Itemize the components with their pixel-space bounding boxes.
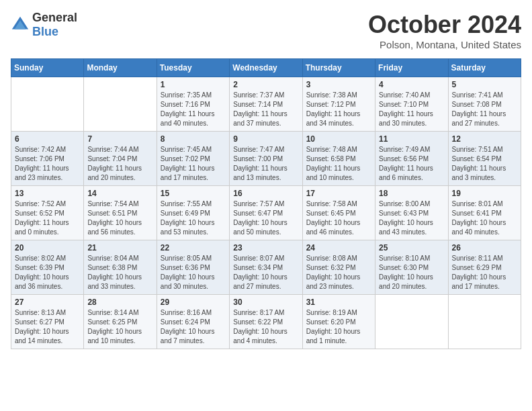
calendar-cell: 3Sunrise: 7:38 AM Sunset: 7:12 PM Daylig… bbox=[302, 77, 375, 132]
calendar-cell: 13Sunrise: 7:52 AM Sunset: 6:52 PM Dayli… bbox=[11, 186, 84, 240]
calendar-week-4: 20Sunrise: 8:02 AM Sunset: 6:39 PM Dayli… bbox=[11, 240, 521, 295]
day-number: 15 bbox=[161, 189, 226, 198]
day-number: 1 bbox=[161, 80, 226, 89]
day-number: 16 bbox=[233, 189, 298, 198]
calendar-cell: 12Sunrise: 7:51 AM Sunset: 6:54 PM Dayli… bbox=[448, 132, 521, 186]
month-title: October 2024 bbox=[368, 11, 521, 39]
calendar-week-3: 13Sunrise: 7:52 AM Sunset: 6:52 PM Dayli… bbox=[11, 186, 521, 240]
day-detail: Sunrise: 8:07 AM Sunset: 6:34 PM Dayligh… bbox=[233, 254, 298, 291]
calendar-week-5: 27Sunrise: 8:13 AM Sunset: 6:27 PM Dayli… bbox=[11, 295, 521, 349]
day-number: 9 bbox=[233, 134, 298, 144]
day-number: 26 bbox=[452, 243, 517, 253]
logo-icon bbox=[11, 15, 30, 34]
day-detail: Sunrise: 7:55 AM Sunset: 6:49 PM Dayligh… bbox=[161, 199, 226, 237]
day-number: 31 bbox=[306, 298, 371, 307]
calendar-cell: 24Sunrise: 8:08 AM Sunset: 6:32 PM Dayli… bbox=[302, 240, 375, 295]
calendar-cell: 10Sunrise: 7:48 AM Sunset: 6:58 PM Dayli… bbox=[302, 132, 375, 186]
day-header-wednesday: Wednesday bbox=[230, 59, 302, 77]
day-number: 8 bbox=[161, 134, 226, 144]
day-detail: Sunrise: 7:38 AM Sunset: 7:12 PM Dayligh… bbox=[306, 91, 371, 128]
day-detail: Sunrise: 8:17 AM Sunset: 6:22 PM Dayligh… bbox=[233, 308, 298, 346]
day-detail: Sunrise: 8:11 AM Sunset: 6:29 PM Dayligh… bbox=[452, 254, 517, 291]
day-detail: Sunrise: 8:19 AM Sunset: 6:20 PM Dayligh… bbox=[306, 308, 371, 346]
day-number: 24 bbox=[306, 243, 371, 253]
day-number: 13 bbox=[15, 189, 80, 198]
day-number: 12 bbox=[452, 134, 517, 144]
day-detail: Sunrise: 8:10 AM Sunset: 6:30 PM Dayligh… bbox=[379, 254, 444, 291]
calendar-cell: 8Sunrise: 7:45 AM Sunset: 7:02 PM Daylig… bbox=[157, 132, 229, 186]
day-number: 6 bbox=[15, 134, 80, 144]
calendar-cell bbox=[448, 295, 521, 349]
calendar-cell: 31Sunrise: 8:19 AM Sunset: 6:20 PM Dayli… bbox=[302, 295, 375, 349]
calendar-cell: 18Sunrise: 8:00 AM Sunset: 6:43 PM Dayli… bbox=[375, 186, 448, 240]
day-detail: Sunrise: 8:01 AM Sunset: 6:41 PM Dayligh… bbox=[452, 199, 517, 237]
day-detail: Sunrise: 7:41 AM Sunset: 7:08 PM Dayligh… bbox=[452, 91, 517, 128]
day-header-monday: Monday bbox=[84, 59, 157, 77]
day-number: 10 bbox=[306, 134, 371, 144]
logo-general: General bbox=[32, 11, 77, 24]
calendar-cell: 7Sunrise: 7:44 AM Sunset: 7:04 PM Daylig… bbox=[84, 132, 157, 186]
calendar-cell: 5Sunrise: 7:41 AM Sunset: 7:08 PM Daylig… bbox=[448, 77, 521, 132]
day-number: 2 bbox=[233, 80, 298, 89]
day-detail: Sunrise: 7:48 AM Sunset: 6:58 PM Dayligh… bbox=[306, 145, 371, 183]
day-detail: Sunrise: 8:13 AM Sunset: 6:27 PM Dayligh… bbox=[15, 308, 80, 346]
day-number: 4 bbox=[379, 80, 444, 89]
calendar-cell: 30Sunrise: 8:17 AM Sunset: 6:22 PM Dayli… bbox=[230, 295, 302, 349]
calendar-cell: 6Sunrise: 7:42 AM Sunset: 7:06 PM Daylig… bbox=[11, 132, 84, 186]
day-number: 7 bbox=[87, 134, 152, 144]
day-detail: Sunrise: 8:00 AM Sunset: 6:43 PM Dayligh… bbox=[379, 199, 444, 237]
day-detail: Sunrise: 8:05 AM Sunset: 6:36 PM Dayligh… bbox=[161, 254, 226, 291]
calendar-cell: 26Sunrise: 8:11 AM Sunset: 6:29 PM Dayli… bbox=[448, 240, 521, 295]
day-detail: Sunrise: 8:04 AM Sunset: 6:38 PM Dayligh… bbox=[87, 254, 152, 291]
page-header: General Blue October 2024 Polson, Montan… bbox=[11, 11, 521, 50]
day-detail: Sunrise: 7:49 AM Sunset: 6:56 PM Dayligh… bbox=[379, 145, 444, 183]
calendar-cell: 16Sunrise: 7:57 AM Sunset: 6:47 PM Dayli… bbox=[230, 186, 302, 240]
day-header-tuesday: Tuesday bbox=[157, 59, 229, 77]
day-number: 19 bbox=[452, 189, 517, 198]
day-header-sunday: Sunday bbox=[11, 59, 84, 77]
calendar-cell bbox=[11, 77, 84, 132]
day-number: 21 bbox=[87, 243, 152, 253]
day-number: 17 bbox=[306, 189, 371, 198]
calendar-cell: 25Sunrise: 8:10 AM Sunset: 6:30 PM Dayli… bbox=[375, 240, 448, 295]
calendar-cell: 21Sunrise: 8:04 AM Sunset: 6:38 PM Dayli… bbox=[84, 240, 157, 295]
calendar-cell: 29Sunrise: 8:16 AM Sunset: 6:24 PM Dayli… bbox=[157, 295, 229, 349]
calendar-cell: 22Sunrise: 8:05 AM Sunset: 6:36 PM Dayli… bbox=[157, 240, 229, 295]
calendar-week-1: 1Sunrise: 7:35 AM Sunset: 7:16 PM Daylig… bbox=[11, 77, 521, 132]
day-number: 23 bbox=[233, 243, 298, 253]
day-detail: Sunrise: 7:40 AM Sunset: 7:10 PM Dayligh… bbox=[379, 91, 444, 128]
day-header-friday: Friday bbox=[375, 59, 448, 77]
day-detail: Sunrise: 8:16 AM Sunset: 6:24 PM Dayligh… bbox=[161, 308, 226, 346]
title-section: October 2024 Polson, Montana, United Sta… bbox=[368, 11, 521, 50]
logo-text: General Blue bbox=[32, 11, 77, 39]
calendar-cell: 11Sunrise: 7:49 AM Sunset: 6:56 PM Dayli… bbox=[375, 132, 448, 186]
day-header-thursday: Thursday bbox=[302, 59, 375, 77]
day-detail: Sunrise: 7:58 AM Sunset: 6:45 PM Dayligh… bbox=[306, 199, 371, 237]
calendar-cell bbox=[84, 77, 157, 132]
day-detail: Sunrise: 7:52 AM Sunset: 6:52 PM Dayligh… bbox=[15, 199, 80, 237]
day-number: 27 bbox=[15, 298, 80, 307]
logo-blue: Blue bbox=[32, 25, 58, 38]
calendar-cell: 2Sunrise: 7:37 AM Sunset: 7:14 PM Daylig… bbox=[230, 77, 302, 132]
day-number: 3 bbox=[306, 80, 371, 89]
day-number: 14 bbox=[87, 189, 152, 198]
calendar-cell: 9Sunrise: 7:47 AM Sunset: 7:00 PM Daylig… bbox=[230, 132, 302, 186]
day-detail: Sunrise: 7:45 AM Sunset: 7:02 PM Dayligh… bbox=[161, 145, 226, 183]
calendar-cell bbox=[375, 295, 448, 349]
day-detail: Sunrise: 7:44 AM Sunset: 7:04 PM Dayligh… bbox=[87, 145, 152, 183]
day-detail: Sunrise: 7:37 AM Sunset: 7:14 PM Dayligh… bbox=[233, 91, 298, 128]
day-number: 28 bbox=[87, 298, 152, 307]
calendar-cell: 17Sunrise: 7:58 AM Sunset: 6:45 PM Dayli… bbox=[302, 186, 375, 240]
day-number: 30 bbox=[233, 298, 298, 307]
day-detail: Sunrise: 8:02 AM Sunset: 6:39 PM Dayligh… bbox=[15, 254, 80, 291]
day-number: 29 bbox=[161, 298, 226, 307]
calendar-cell: 23Sunrise: 8:07 AM Sunset: 6:34 PM Dayli… bbox=[230, 240, 302, 295]
calendar-cell: 19Sunrise: 8:01 AM Sunset: 6:41 PM Dayli… bbox=[448, 186, 521, 240]
calendar-cell: 15Sunrise: 7:55 AM Sunset: 6:49 PM Dayli… bbox=[157, 186, 229, 240]
day-detail: Sunrise: 7:57 AM Sunset: 6:47 PM Dayligh… bbox=[233, 199, 298, 237]
location: Polson, Montana, United States bbox=[368, 39, 521, 50]
day-detail: Sunrise: 7:51 AM Sunset: 6:54 PM Dayligh… bbox=[452, 145, 517, 183]
calendar-cell: 20Sunrise: 8:02 AM Sunset: 6:39 PM Dayli… bbox=[11, 240, 84, 295]
day-number: 25 bbox=[379, 243, 444, 253]
calendar-cell: 1Sunrise: 7:35 AM Sunset: 7:16 PM Daylig… bbox=[157, 77, 229, 132]
